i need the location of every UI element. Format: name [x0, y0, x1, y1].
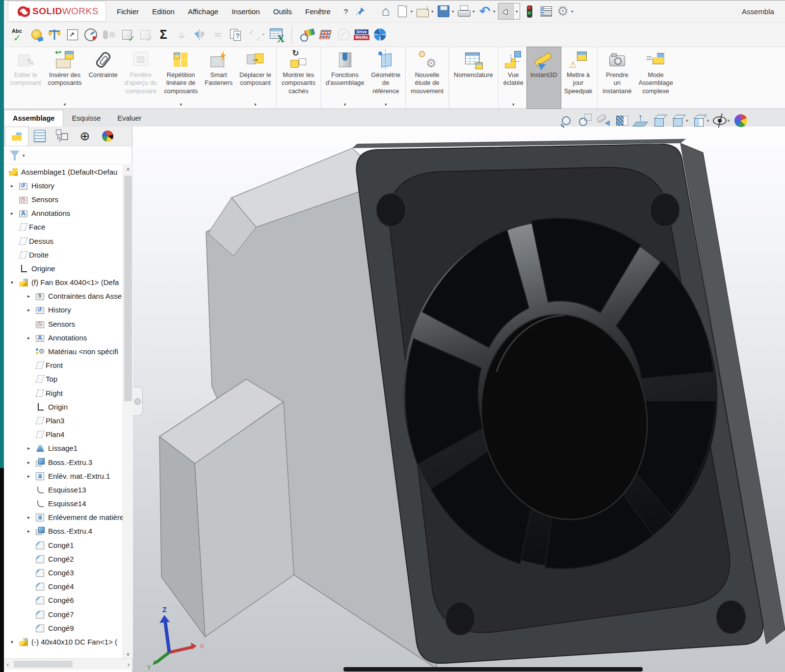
dimxpertmanager-tab[interactable] [74, 127, 96, 146]
interference-traffic-light-button[interactable] [522, 3, 537, 19]
expand-arrow-icon[interactable]: ▸ [27, 445, 36, 451]
zoom-to-fit-button[interactable] [558, 113, 574, 129]
graphics-area[interactable]: Z X Y [132, 127, 785, 672]
menu-help[interactable]: ? [344, 7, 348, 16]
dropdown-caret-icon[interactable]: ▾ [262, 32, 265, 37]
tab-esquisse[interactable]: Esquisse [63, 110, 109, 127]
spellcheck-button[interactable]: Abc✓ [11, 27, 26, 42]
tree-item-history-2[interactable]: ▸ History [4, 303, 132, 317]
dropdown-caret-icon[interactable]: ▾ [430, 9, 434, 14]
move-component-button[interactable]: → Déplacer le composant ▾ [236, 47, 275, 108]
display-style-button[interactable]: ▾ [691, 112, 709, 129]
update-arrows-disabled-button[interactable] [174, 27, 189, 42]
linear-component-pattern-button[interactable]: Répétition linéaire de composants ▾ [160, 47, 201, 108]
edrawings-publish-button[interactable] [372, 27, 387, 42]
expand-arrow-icon[interactable]: ▸ [27, 335, 36, 340]
edit-component-button[interactable]: ✎ Editer le composant [7, 47, 45, 108]
displaymanager-tab[interactable] [96, 127, 119, 146]
insert-components-button[interactable]: ↩ Insérer des composants ▾ [45, 47, 85, 108]
tree-item-esquisse13[interactable]: Esquisse13 [4, 483, 132, 496]
tree-vertical-scrollbar[interactable]: ∧ ∨ [123, 165, 133, 658]
mate-button[interactable]: Contrainte [85, 47, 121, 108]
smart-fasteners-button[interactable]: Smart Fasteners [201, 47, 236, 108]
tree-item-dessus[interactable]: Dessus [4, 234, 132, 248]
tree-item-conge6[interactable]: Congé6 [4, 594, 132, 607]
featuremanager-tab[interactable] [5, 127, 28, 146]
tree-item-sensors[interactable]: Sensors [4, 192, 132, 206]
verification-cube-button[interactable]: ✓ [120, 27, 134, 42]
new-document-button[interactable]: ▾ [395, 3, 414, 19]
ribbon-separator-1[interactable] [276, 47, 277, 108]
ribbon-separator-4[interactable] [448, 47, 449, 108]
menu-affichage[interactable]: Affichage [188, 7, 218, 16]
tree-item-plan3[interactable]: Plan3 [4, 414, 132, 427]
filter-funnel-icon[interactable] [9, 150, 22, 161]
tree-item-dc-fan[interactable]: ▾ (-) 40x40x10 DC Fan<1> ( [4, 635, 132, 648]
display-options-button[interactable] [539, 3, 553, 19]
dropdown-caret-icon[interactable]: ▾ [344, 102, 346, 107]
select-cursor-button[interactable]: ▾ [498, 3, 520, 20]
show-hidden-components-button[interactable]: ↻ Montrer les composants cachés [278, 47, 319, 108]
scroll-right-icon[interactable]: › [125, 661, 132, 668]
view-cube-button[interactable] [652, 112, 667, 129]
tree-item-sensors-2[interactable]: Sensors [4, 317, 132, 331]
export-excel-table-button[interactable]: X [269, 27, 284, 42]
check-circle-disabled-button[interactable]: ✓ [336, 27, 351, 42]
expand-arrow-icon[interactable]: ▸ [27, 460, 36, 465]
zoom-to-area-button[interactable] [577, 113, 593, 129]
tab-evaluer[interactable]: Evaluer [109, 110, 150, 127]
dropdown-caret-icon[interactable]: ▾ [471, 9, 475, 14]
ribbon-separator-2[interactable] [320, 47, 321, 108]
tree-item-droite[interactable]: Droite [4, 248, 132, 261]
tree-item-history[interactable]: ▸ History [4, 179, 132, 192]
dropdown-caret-icon[interactable]: ▾ [686, 118, 688, 123]
save-button[interactable]: ▾ [436, 3, 455, 19]
previous-view-button[interactable] [596, 113, 611, 129]
assembly-features-button[interactable]: Fonctions d'assemblage ▾ [322, 47, 368, 108]
dropdown-caret-icon[interactable]: ▾ [410, 9, 414, 14]
settings-gear-button[interactable]: ▾ [555, 3, 574, 19]
tree-item-boss-extru3[interactable]: ▸ Boss.-Extru.3 [4, 455, 132, 469]
tree-item-face[interactable]: Face [4, 220, 132, 234]
propertymanager-tab[interactable] [28, 127, 51, 146]
tree-horizontal-scrollbar[interactable]: ‹ › [4, 658, 132, 670]
dropdown-caret-icon[interactable]: ▾ [254, 102, 257, 107]
expand-arrow-icon[interactable]: ▾ [11, 280, 19, 285]
dropdown-caret-icon[interactable]: ▾ [728, 118, 730, 123]
scroll-left-icon[interactable]: ‹ [4, 661, 12, 668]
dropdown-caret-icon[interactable]: ▾ [707, 118, 709, 123]
scroll-down-icon[interactable]: ∨ [123, 651, 133, 657]
exploded-view-button[interactable]: Vue éclatée ▾ [500, 47, 527, 108]
filter-caret-icon[interactable]: ▾ [23, 153, 25, 158]
tree-item-conge4[interactable]: Congé4 [4, 580, 132, 594]
instant3d-button[interactable]: Instant3D [527, 47, 561, 108]
horizontal-scroll-thumb[interactable] [14, 661, 73, 668]
dropdown-caret-icon[interactable]: ▾ [513, 3, 520, 19]
dropdown-caret-icon[interactable]: ▾ [512, 102, 515, 107]
driveworks-button[interactable]: DriveWorks [354, 27, 369, 42]
tree-item-enlev-mat-extru1[interactable]: ▸ Enlèv. mat.-Extru.1 [4, 469, 132, 483]
tree-item-lissage1[interactable]: ▸ Lissage1 [4, 441, 132, 455]
mass-properties-button[interactable] [47, 27, 62, 42]
view-normal-to-button[interactable] [633, 113, 649, 129]
panel-splitter-grip[interactable] [132, 387, 143, 416]
scroll-up-icon[interactable]: ∧ [123, 166, 133, 172]
expand-arrow-icon[interactable]: ▸ [27, 307, 36, 312]
tree-item-origin[interactable]: Origin [4, 400, 132, 414]
menu-fenetre[interactable]: Fenêtre [305, 7, 331, 16]
dropdown-caret-icon[interactable]: ▾ [64, 102, 66, 107]
menu-edition[interactable]: Edition [152, 7, 175, 16]
tree-item-plan4[interactable]: Plan4 [4, 428, 132, 441]
hide-show-items-button[interactable]: ▾ [712, 113, 730, 129]
tree-item-annotations-2[interactable]: ▸ Annotations [4, 331, 132, 344]
flatten-surface-button[interactable] [318, 27, 333, 42]
toolbar2-separator[interactable] [291, 26, 292, 44]
compare-documents-button[interactable]: ? [229, 27, 243, 42]
menu-insertion[interactable]: Insertion [232, 7, 260, 16]
appearances-button[interactable] [733, 113, 749, 129]
menu-outils[interactable]: Outils [273, 7, 292, 16]
undo-button[interactable]: ▾ [477, 3, 496, 19]
dropdown-caret-icon[interactable]: ▾ [492, 9, 496, 14]
large-assembly-mode-button[interactable]: Mode Assemblage complexe [635, 47, 676, 108]
dropdown-caret-icon[interactable]: ▾ [570, 9, 574, 14]
